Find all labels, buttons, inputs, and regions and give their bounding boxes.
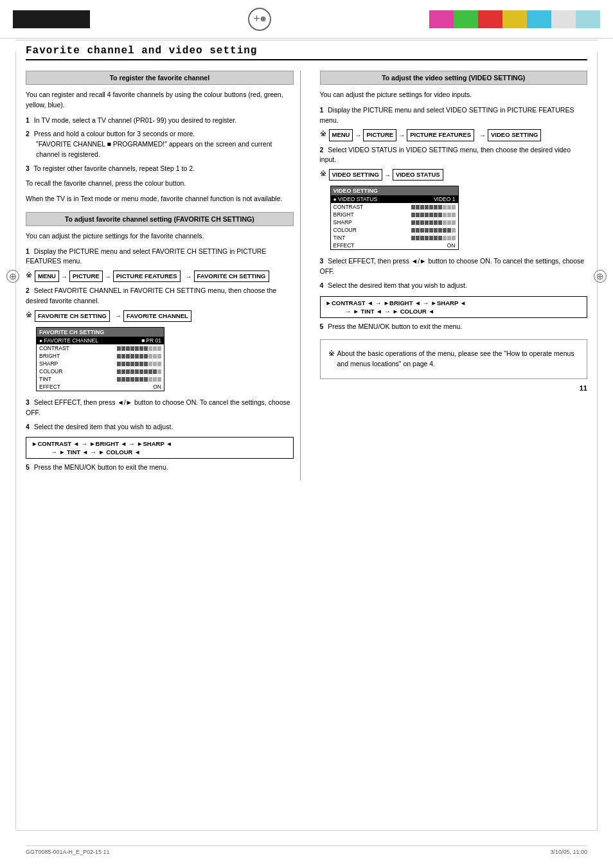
section2-intro: You can adjust the picture settings for … — [26, 231, 294, 242]
nav-row: → ► TINT ◄ → ► COLOUR ◄ — [31, 448, 288, 456]
bottom-border-line — [15, 830, 598, 831]
menu-row: SHARP — [331, 218, 458, 226]
color-green — [454, 10, 478, 28]
bottom-note-text: About the basic operations of the menu, … — [337, 349, 580, 369]
top-bar: ⊕ — [0, 0, 613, 39]
section-video-setting: To adjust the video setting (VIDEO SETTI… — [320, 71, 588, 332]
step2-path-note: ※ FAVORITE CH SETTING → FAVORITE CHANNEL — [26, 310, 294, 322]
footer-left: GGT0085-001A-H_E_P02-15 11 — [26, 849, 110, 855]
page-title: Favorite channel and video setting — [26, 45, 587, 60]
menu-row: BRIGHT — [331, 211, 458, 218]
nav-row: ►CONTRAST ◄ → ►BRIGHT ◄ → ►SHARP ◄ — [31, 440, 288, 447]
step5-text: Press the MENU/OK button to exit the men… — [34, 463, 168, 471]
bottom-note-box: ※ About the basic operations of the menu… — [320, 339, 588, 379]
section2-steps2: 3 Select EFFECT, then press ◄/► button t… — [26, 398, 294, 432]
menu-display-header: FAVORITE CH SETTING — [37, 328, 164, 337]
list-item: 4 Select the desired item that you wish … — [26, 422, 294, 432]
menu-path-1: MENU → PICTURE → PICTURE FEATURES → FAVO… — [35, 270, 269, 282]
step4-text: Select the desired item that you wish to… — [34, 423, 173, 430]
nav-diagram-left: ►CONTRAST ◄ → ►BRIGHT ◄ → ►SHARP ◄ → ► T… — [26, 437, 294, 459]
menu-box: PICTURE — [363, 129, 396, 141]
list-item: 1 Display the PICTURE menu and select VI… — [320, 105, 588, 141]
menu-box: VIDEO SETTING — [329, 169, 382, 181]
nav-diagram-right: ►CONTRAST ◄ → ►BRIGHT ◄ → ►SHARP ◄ → ► T… — [320, 296, 588, 318]
list-item: 2 Select VIDEO STATUS in VIDEO SETTING m… — [320, 145, 588, 181]
two-column-layout: To register the favorite channel You can… — [26, 71, 587, 481]
step1-text: Display the PICTURE menu and select FAVO… — [26, 247, 266, 265]
menu-row: TINT — [37, 375, 164, 383]
menu-box: MENU — [329, 129, 353, 141]
menu-box: FAVORITE CH SETTING — [194, 270, 269, 282]
bottom-note-content: ※ About the basic operations of the menu… — [328, 349, 580, 369]
color-white — [551, 10, 576, 28]
menu-box: PICTURE FEATURES — [407, 129, 474, 141]
page-content: Favorite channel and video setting To re… — [0, 39, 613, 500]
menu-row: CONTRAST — [331, 203, 458, 211]
menu-path-video-2: VIDEO SETTING → VIDEO STATUS — [329, 169, 443, 181]
right-column: To adjust the video setting (VIDEO SETTI… — [314, 71, 588, 481]
list-item: 3 To register other favorite channels, r… — [26, 164, 294, 174]
step2-text: Select FAVORITE CHANNEL in FAVORITE CH S… — [26, 287, 276, 305]
menu-row: EFFECT ON — [331, 242, 458, 249]
video-steps2: 3 Select EFFECT, then press ◄/► button t… — [320, 256, 588, 290]
step3-text: Select EFFECT, then press ◄/► button to … — [320, 257, 585, 275]
crosshair-center: ⊕ — [248, 8, 271, 31]
step4-text: Select the desired item that you wish to… — [328, 281, 467, 289]
nav-row: → ► TINT ◄ → ► COLOUR ◄ — [326, 308, 582, 315]
nav-row: ►CONTRAST ◄ → ►BRIGHT ◄ → ►SHARP ◄ — [326, 299, 582, 306]
step2-text: Select VIDEO STATUS in VIDEO SETTING men… — [320, 146, 571, 164]
right-border-line — [597, 51, 598, 829]
menu-box: VIDEO STATUS — [393, 169, 443, 181]
list-item: 5 Press the MENU/OK button to exit the m… — [320, 322, 588, 332]
menu-row: EFFECT ON — [37, 383, 164, 391]
menu-path-2: FAVORITE CH SETTING → FAVORITE CHANNEL — [35, 310, 191, 322]
step1-path-note: ※ MENU → PICTURE → PICTURE FEATURES → FA… — [26, 270, 294, 282]
menu-row: COLOUR — [331, 226, 458, 234]
step3-text: To register other favorite channels, rep… — [34, 164, 195, 172]
menu-row: BRIGHT — [37, 352, 164, 360]
section1-steps: 1 In TV mode, select a TV channel (PR01-… — [26, 116, 294, 174]
black-color-block — [13, 10, 90, 28]
color-ltcyan — [576, 10, 600, 28]
video-menu-display: VIDEO SETTING ● VIDEO STATUS VIDEO 1 CON… — [330, 186, 459, 250]
list-item: 3 Select EFFECT, then press ◄/► button t… — [26, 398, 294, 418]
step1-text: In TV mode, select a TV channel (PR01- 9… — [34, 116, 236, 124]
section2-steps: 1 Display the PICTURE menu and select FA… — [26, 247, 294, 323]
video-section-intro: You can adjust the picture settings for … — [320, 90, 588, 100]
list-item: 1 In TV mode, select a TV channel (PR01-… — [26, 116, 294, 126]
step3-text: Select EFFECT, then press ◄/► button to … — [26, 398, 290, 416]
top-bar-left — [13, 10, 90, 28]
menu-row: SHARP — [37, 360, 164, 368]
color-magenta — [429, 10, 454, 28]
left-border-line — [15, 51, 16, 829]
color-yellow — [502, 10, 527, 28]
color-red — [478, 10, 502, 28]
menu-box: FAVORITE CHANNEL — [123, 310, 191, 322]
section-header-register: To register the favorite channel — [26, 71, 294, 85]
menu-row: CONTRAST — [37, 344, 164, 352]
top-bar-right — [429, 10, 600, 28]
step1-path: ※ MENU → PICTURE → PICTURE FEATURES → VI… — [320, 129, 588, 141]
menu-box: MENU — [35, 270, 59, 282]
crosshair-icon: ⊕ — [260, 15, 266, 23]
note-asterisk: ※ — [328, 349, 335, 358]
section-header-fav-ch: To adjust favorite channel setting (FAVO… — [26, 212, 294, 226]
section-register-favorite: To register the favorite channel You can… — [26, 71, 294, 204]
menu-box: FAVORITE CH SETTING — [35, 310, 110, 322]
page-number: 11 — [320, 384, 588, 392]
section2-step5: 5 Press the MENU/OK button to exit the m… — [26, 463, 294, 473]
list-item: 2 Press and hold a colour button for 3 s… — [26, 129, 294, 159]
section-header-video: To adjust the video setting (VIDEO SETTI… — [320, 71, 588, 85]
side-crosshair-right: ⊕ — [594, 270, 607, 283]
page-footer: GGT0085-001A-H_E_P02-15 11 3/10/05, 11:0… — [26, 846, 587, 855]
color-cyan — [527, 10, 551, 28]
video-steps: 1 Display the PICTURE menu and select VI… — [320, 105, 588, 181]
fav-ch-menu-display: FAVORITE CH SETTING ● FAVORITE CHANNEL ■… — [36, 327, 164, 391]
list-item: 5 Press the MENU/OK button to exit the m… — [26, 463, 294, 473]
list-item: 2 Select FAVORITE CHANNEL in FAVORITE CH… — [26, 286, 294, 322]
menu-display-header-video: VIDEO SETTING — [331, 186, 458, 195]
menu-box: PICTURE — [69, 270, 103, 282]
video-step5: 5 Press the MENU/OK button to exit the m… — [320, 322, 588, 332]
menu-box: PICTURE FEATURES — [113, 270, 181, 282]
top-border-line — [15, 40, 598, 40]
